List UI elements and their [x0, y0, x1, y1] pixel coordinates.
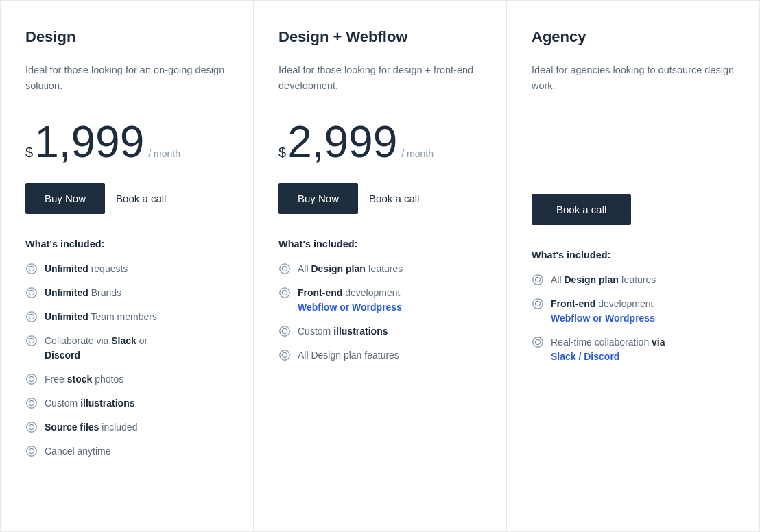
feature-illustrations: Custom illustrations	[45, 396, 134, 411]
feature-custom-illustrations: Custom illustrations	[298, 324, 388, 339]
svg-point-25	[535, 277, 540, 282]
feature-stock-photos: Free stock photos	[45, 372, 123, 387]
list-item: Unlimited Brands	[25, 286, 228, 300]
design-webflow-price-period: / month	[401, 148, 434, 159]
list-item: Collaborate via Slack orDiscord	[25, 334, 228, 363]
feature-unlimited-team: Unlimited Team members	[45, 310, 157, 324]
list-item: Free stock photos	[25, 372, 228, 387]
list-item: Real-time collaboration viaSlack / Disco…	[532, 335, 735, 364]
design-price: $ 1,999 / month	[25, 120, 228, 164]
design-webflow-description: Ideal for those looking for design + fro…	[278, 62, 482, 101]
svg-point-0	[27, 264, 36, 274]
svg-point-5	[29, 314, 34, 319]
agency-description: Ideal for agencies looking to outsource …	[532, 62, 735, 101]
checkmark-icon	[532, 336, 544, 348]
feature-all-design-agency: All Design plan features	[551, 273, 656, 287]
list-item: Cancel anytime	[25, 444, 228, 459]
svg-point-12	[27, 422, 36, 432]
svg-point-28	[533, 337, 543, 347]
design-whats-included: What's included:	[25, 239, 228, 250]
checkmark-icon	[278, 349, 291, 361]
svg-point-3	[29, 290, 34, 295]
svg-point-24	[533, 275, 543, 285]
svg-point-14	[27, 446, 36, 456]
list-item: Unlimited requests	[25, 262, 228, 276]
feature-frontend-dev: Front-end developmentWebflow or Wordpres…	[298, 286, 402, 315]
svg-point-6	[27, 336, 36, 346]
design-feature-list: Unlimited requests Unlimited Brands	[25, 262, 228, 459]
svg-point-22	[280, 350, 289, 360]
svg-point-27	[535, 301, 540, 306]
checkmark-icon	[278, 325, 291, 337]
svg-point-13	[29, 424, 34, 429]
agency-price-placeholder	[532, 120, 735, 175]
svg-point-26	[533, 299, 543, 309]
checkmark-icon	[532, 298, 544, 310]
svg-point-11	[29, 400, 34, 405]
feature-unlimited-requests: Unlimited requests	[45, 262, 128, 276]
list-item: All Design plan features	[278, 348, 482, 363]
list-item: Source files included	[25, 420, 228, 435]
feature-all-design: All Design plan features	[298, 262, 403, 276]
design-webflow-whats-included: What's included:	[278, 239, 482, 250]
design-webflow-book-call-button[interactable]: Book a call	[369, 183, 419, 214]
design-webflow-plan-name: Design + Webflow	[278, 28, 482, 46]
agency-card: Agency Ideal for agencies looking to out…	[507, 0, 760, 532]
design-book-call-button[interactable]: Book a call	[116, 183, 166, 214]
svg-point-2	[27, 288, 36, 298]
svg-point-23	[282, 352, 287, 357]
design-description: Ideal for those looking for an on-going …	[25, 62, 228, 101]
feature-realtime-collab: Real-time collaboration viaSlack / Disco…	[551, 335, 665, 364]
checkmark-icon	[25, 263, 38, 275]
agency-plan-name: Agency	[532, 28, 735, 46]
svg-point-19	[282, 290, 287, 295]
agency-book-call-button[interactable]: Book a call	[532, 194, 631, 225]
svg-point-7	[29, 338, 34, 343]
list-item: Unlimited Team members	[25, 310, 228, 324]
feature-source-files: Source files included	[45, 420, 137, 435]
feature-collaborate: Collaborate via Slack orDiscord	[45, 334, 147, 363]
design-price-period: / month	[148, 148, 180, 159]
design-webflow-card: Design + Webflow Ideal for those looking…	[254, 0, 507, 532]
feature-all-design-plan: All Design plan features	[298, 348, 399, 363]
svg-point-21	[282, 328, 287, 333]
agency-btn-row: Book a call	[532, 194, 735, 225]
design-btn-row: Buy Now Book a call	[25, 183, 228, 214]
list-item: Custom illustrations	[278, 324, 482, 339]
checkmark-icon	[25, 397, 38, 409]
checkmark-icon	[25, 335, 38, 347]
design-webflow-feature-list: All Design plan features Front-end devel…	[278, 262, 482, 363]
feature-cancel: Cancel anytime	[45, 444, 111, 459]
svg-point-16	[280, 264, 289, 274]
design-price-amount: 1,999	[34, 120, 144, 164]
design-webflow-price-amount: 2,999	[287, 120, 397, 164]
svg-point-17	[282, 266, 287, 271]
list-item: Custom illustrations	[25, 396, 228, 411]
checkmark-icon	[278, 263, 291, 275]
design-dollar-sign: $	[25, 145, 33, 159]
agency-feature-list: All Design plan features Front-end devel…	[532, 273, 735, 364]
design-plan-name: Design	[25, 28, 228, 46]
design-card: Design Ideal for those looking for an on…	[0, 0, 254, 532]
checkmark-icon	[25, 445, 38, 457]
pricing-container: Design Ideal for those looking for an on…	[0, 0, 760, 532]
agency-whats-included: What's included:	[532, 250, 735, 261]
checkmark-icon	[25, 311, 38, 323]
svg-point-9	[29, 376, 34, 381]
checkmark-icon	[25, 373, 38, 385]
design-webflow-btn-row: Buy Now Book a call	[278, 183, 482, 214]
list-item: Front-end developmentWebflow or Wordpres…	[532, 297, 735, 326]
checkmark-icon	[532, 274, 544, 286]
feature-frontend-dev-agency: Front-end developmentWebflow or Wordpres…	[551, 297, 655, 326]
svg-point-10	[27, 398, 36, 408]
svg-point-29	[535, 339, 540, 344]
design-webflow-price: $ 2,999 / month	[278, 120, 482, 164]
svg-point-1	[29, 266, 34, 271]
checkmark-icon	[25, 421, 38, 433]
design-buy-now-button[interactable]: Buy Now	[25, 183, 105, 214]
list-item: All Design plan features	[532, 273, 735, 287]
checkmark-icon	[25, 287, 38, 299]
svg-point-20	[280, 326, 289, 336]
design-webflow-buy-now-button[interactable]: Buy Now	[278, 183, 358, 214]
svg-point-8	[27, 374, 36, 384]
